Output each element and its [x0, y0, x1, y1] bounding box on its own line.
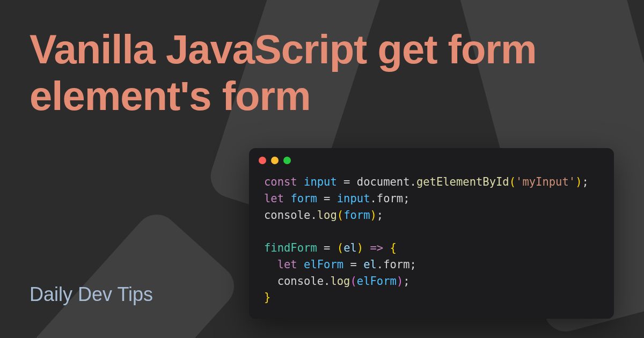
code-window: const input = document.getElementById('m… — [249, 148, 614, 319]
minimize-icon — [271, 157, 279, 164]
window-controls — [249, 148, 614, 170]
maximize-icon — [283, 157, 291, 164]
page-title: Vanilla JavaScript get form element's fo… — [30, 26, 566, 120]
brand-text: Daily Dev Tips — [30, 283, 153, 306]
code-block: const input = document.getElementById('m… — [249, 170, 614, 319]
close-icon — [259, 157, 266, 164]
content-wrapper: Vanilla JavaScript get form element's fo… — [0, 0, 644, 338]
